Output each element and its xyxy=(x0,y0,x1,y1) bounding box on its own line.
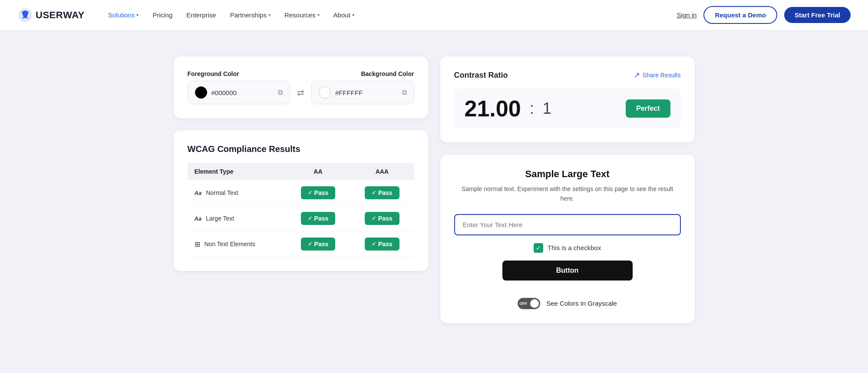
share-results-link[interactable]: ↗ Share Results xyxy=(634,70,681,80)
chevron-down-icon: ▾ xyxy=(268,13,271,17)
navbar-nav: Solutions ▾ Pricing Enterprise Partnersh… xyxy=(102,8,677,22)
wcag-card: WCAG Compliance Results Element Type AA … xyxy=(174,130,428,271)
left-column: Foreground Color Background Color #00000… xyxy=(174,56,428,323)
grayscale-row: OFF See Colors In Grayscale xyxy=(454,298,681,309)
nav-solutions[interactable]: Solutions ▾ xyxy=(102,8,145,22)
grayscale-toggle[interactable]: OFF xyxy=(518,298,540,309)
normal-text-cell: Aa Normal Text xyxy=(188,180,286,206)
sample-checkbox-label: This is a checkbox xyxy=(548,244,601,251)
wcag-table: Element Type AA AAA Aa Normal Text xyxy=(188,163,414,257)
non-text-aaa-badge: ✓ Pass xyxy=(365,238,399,251)
bg-copy-icon[interactable]: ⧉ xyxy=(402,89,407,96)
large-text-aaa-badge: ✓ Pass xyxy=(365,212,399,225)
bg-color-input-group[interactable]: #FFFFFF ⧉ xyxy=(311,81,414,104)
check-icon: ✓ xyxy=(372,241,376,247)
non-text-icon: ⊞ xyxy=(195,240,200,248)
normal-text-aa-cell: ✓ Pass xyxy=(286,180,350,206)
nav-resources[interactable]: Resources ▾ xyxy=(278,8,326,22)
contrast-header: Contrast Ratio ↗ Share Results xyxy=(454,70,681,80)
non-text-aa-badge: ✓ Pass xyxy=(301,238,336,251)
check-icon: ✓ xyxy=(308,241,312,247)
start-trial-button[interactable]: Start Free Trial xyxy=(784,7,851,23)
table-row: Aa Large Text ✓ Pass ✓ xyxy=(188,206,414,231)
contrast-ratio-title: Contrast Ratio xyxy=(454,71,508,80)
check-icon: ✓ xyxy=(308,190,312,196)
swap-colors-icon[interactable]: ⇄ xyxy=(297,87,304,98)
large-text-aaa-cell: ✓ Pass xyxy=(350,206,414,231)
wcag-table-header-row: Element Type AA AAA xyxy=(188,163,414,180)
check-icon: ✓ xyxy=(372,215,376,221)
check-icon: ✓ xyxy=(372,190,376,196)
sample-checkbox[interactable]: ✓ xyxy=(534,243,543,253)
fg-color-swatch[interactable] xyxy=(195,86,207,99)
bg-color-swatch[interactable] xyxy=(319,86,331,99)
contrast-ratio-card: Contrast Ratio ↗ Share Results 21.00 : 1… xyxy=(440,56,695,142)
nav-enterprise[interactable]: Enterprise xyxy=(180,8,222,22)
large-text-aa-cell: ✓ Pass xyxy=(286,206,350,231)
toggle-knob xyxy=(530,299,539,308)
chevron-down-icon: ▾ xyxy=(317,13,320,17)
bg-color-label: Background Color xyxy=(361,70,414,77)
non-text-aa-cell: ✓ Pass xyxy=(286,231,350,257)
large-text-cell: Aa Large Text xyxy=(188,206,286,231)
sample-large-text-title: Sample Large Text xyxy=(454,168,681,180)
color-labels: Foreground Color Background Color xyxy=(188,70,414,77)
perfect-badge: Perfect xyxy=(626,99,670,118)
share-results-label: Share Results xyxy=(643,72,681,79)
svg-point-0 xyxy=(24,10,26,13)
non-text-aaa-cell: ✓ Pass xyxy=(350,231,414,257)
userway-logo-icon xyxy=(17,7,33,23)
nav-partnerships[interactable]: Partnerships ▾ xyxy=(224,8,277,22)
sample-checkbox-row: ✓ This is a checkbox xyxy=(454,243,681,253)
wcag-col-aaa: AAA xyxy=(350,163,414,180)
grayscale-label: See Colors In Grayscale xyxy=(546,300,617,307)
contrast-one: 1 xyxy=(543,99,551,118)
chevron-down-icon: ▾ xyxy=(136,13,139,17)
sample-button-wrapper: Button xyxy=(454,261,681,294)
fg-color-value: #000000 xyxy=(211,89,274,96)
navbar: USERWAY Solutions ▾ Pricing Enterprise P… xyxy=(0,0,868,30)
contrast-separator: : xyxy=(530,99,534,118)
chevron-down-icon: ▾ xyxy=(352,13,354,17)
table-row: ⊞ Non Text Elements ✓ Pass xyxy=(188,231,414,257)
color-picker-card: Foreground Color Background Color #00000… xyxy=(174,56,428,118)
request-demo-button[interactable]: Request a Demo xyxy=(703,6,777,24)
main-content: Foreground Color Background Color #00000… xyxy=(87,30,782,349)
contrast-value-row: 21.00 : 1 Perfect xyxy=(454,89,681,129)
color-inputs-row: #000000 ⧉ ⇄ #FFFFFF ⧉ xyxy=(188,81,414,104)
sample-description: Sample normal text. Experiment with the … xyxy=(454,184,681,204)
fg-color-input-group[interactable]: #000000 ⧉ xyxy=(188,81,290,104)
wcag-col-element: Element Type xyxy=(188,163,286,180)
table-row: Aa Normal Text ✓ Pass ✓ xyxy=(188,180,414,206)
nav-pricing[interactable]: Pricing xyxy=(146,8,178,22)
sample-text-card: Sample Large Text Sample normal text. Ex… xyxy=(440,155,695,323)
bg-color-value: #FFFFFF xyxy=(335,89,398,96)
sample-text-input[interactable] xyxy=(454,214,681,235)
logo[interactable]: USERWAY xyxy=(17,7,85,23)
sign-in-link[interactable]: Sign in xyxy=(677,11,697,19)
fg-copy-icon[interactable]: ⧉ xyxy=(278,89,283,96)
large-text-aa-badge: ✓ Pass xyxy=(301,212,336,225)
large-text-icon: Aa xyxy=(195,215,202,222)
nav-about[interactable]: About ▾ xyxy=(327,8,360,22)
share-icon: ↗ xyxy=(634,70,640,80)
right-column: Contrast Ratio ↗ Share Results 21.00 : 1… xyxy=(440,56,695,323)
contrast-value: 21.00 xyxy=(465,97,521,120)
normal-text-aa-badge: ✓ Pass xyxy=(301,186,336,199)
non-text-cell: ⊞ Non Text Elements xyxy=(188,231,286,257)
wcag-col-aa: AA xyxy=(286,163,350,180)
check-icon: ✓ xyxy=(308,215,312,221)
toggle-off-label: OFF xyxy=(519,301,527,306)
normal-text-icon: Aa xyxy=(195,190,202,196)
wcag-title: WCAG Compliance Results xyxy=(188,144,414,154)
normal-text-aaa-cell: ✓ Pass xyxy=(350,180,414,206)
non-text-label: Non Text Elements xyxy=(205,241,255,248)
normal-text-label: Normal Text xyxy=(206,189,238,196)
wcag-table-body: Aa Normal Text ✓ Pass ✓ xyxy=(188,180,414,257)
logo-text: USERWAY xyxy=(36,10,85,21)
navbar-actions: Sign in Request a Demo Start Free Trial xyxy=(677,6,851,24)
normal-text-aaa-badge: ✓ Pass xyxy=(365,186,399,199)
large-text-label: Large Text xyxy=(206,215,234,222)
fg-color-label: Foreground Color xyxy=(188,70,239,77)
sample-button[interactable]: Button xyxy=(502,261,633,281)
